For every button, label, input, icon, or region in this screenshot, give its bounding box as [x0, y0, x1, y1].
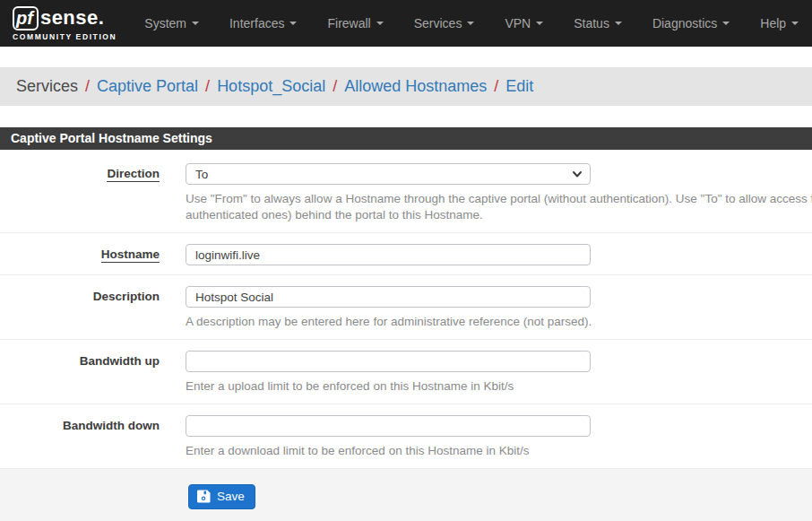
direction-label: Direction	[107, 167, 160, 182]
page: pf sense. COMMUNITY EDITION System Inter…	[0, 0, 812, 521]
spacer	[0, 106, 812, 127]
description-help-text: A description may be entered here for ad…	[186, 314, 812, 330]
nav-item-interfaces[interactable]: Interfaces	[214, 9, 312, 38]
nav-item-system[interactable]: System	[129, 9, 214, 38]
hostname-label: Hostname	[101, 247, 160, 263]
breadcrumb-separator: /	[487, 77, 505, 96]
panel-body: Direction To Use "From" to always allow …	[0, 150, 812, 469]
direction-select-wrap: To	[186, 163, 591, 185]
bandwidth-up-input[interactable]	[186, 351, 591, 372]
description-row: Description A description may be entered…	[0, 275, 812, 340]
panel-title: Captive Portal Hostname Settings	[0, 127, 812, 150]
save-button[interactable]: Save	[188, 484, 255, 509]
hostname-input[interactable]	[186, 244, 591, 265]
caret-down-icon	[289, 22, 297, 25]
caret-down-icon	[192, 22, 199, 25]
spacer	[0, 47, 812, 67]
description-input[interactable]	[186, 286, 591, 308]
bandwidth-up-label: Bandwidth up	[0, 351, 160, 395]
bandwidth-down-input[interactable]	[186, 415, 591, 437]
floppy-disk-icon	[197, 490, 211, 503]
breadcrumb-services: Services	[16, 77, 78, 96]
breadcrumb-hotspot-social[interactable]: Hotspot_Social	[217, 77, 325, 96]
pfsense-logo-sense: sense.	[40, 6, 105, 30]
hostname-row: Hostname	[0, 233, 812, 275]
breadcrumb-separator: /	[78, 77, 97, 96]
direction-row: Direction To Use "From" to always allow …	[0, 150, 812, 233]
caret-down-icon	[615, 22, 622, 25]
breadcrumb-edit[interactable]: Edit	[505, 77, 533, 96]
nav-item-diagnostics[interactable]: Diagnostics	[637, 9, 745, 38]
community-edition-label: COMMUNITY EDITION	[13, 32, 117, 41]
bandwidth-down-help-text: Enter a download limit to be enforced on…	[186, 443, 812, 459]
top-navbar: pf sense. COMMUNITY EDITION System Inter…	[0, 0, 812, 47]
caret-down-icon	[467, 22, 474, 25]
nav-item-help[interactable]: Help	[745, 9, 812, 38]
breadcrumb-allowed-hostnames[interactable]: Allowed Hostnames	[344, 77, 487, 96]
bandwidth-up-help-text: Enter a upload limit to be enforced on t…	[186, 378, 812, 395]
direction-select[interactable]: To	[186, 163, 591, 185]
nav-item-status[interactable]: Status	[558, 9, 637, 38]
pfsense-logo[interactable]: pf sense. COMMUNITY EDITION	[13, 6, 117, 41]
breadcrumb: Services / Captive Portal / Hotspot_Soci…	[0, 67, 812, 106]
nav-item-firewall[interactable]: Firewall	[312, 9, 398, 38]
breadcrumb-captive-portal[interactable]: Captive Portal	[97, 77, 198, 96]
breadcrumb-separator: /	[325, 77, 344, 96]
bandwidth-up-row: Bandwidth up Enter a upload limit to be …	[0, 340, 812, 404]
form-footer: Save	[0, 469, 812, 521]
nav-item-services[interactable]: Services	[399, 9, 490, 38]
caret-down-icon	[536, 22, 543, 25]
nav-item-vpn[interactable]: VPN	[489, 9, 558, 38]
caret-down-icon	[722, 22, 730, 25]
breadcrumb-separator: /	[198, 77, 217, 96]
captive-portal-hostname-settings-panel: Captive Portal Hostname Settings Directi…	[0, 127, 812, 469]
caret-down-icon	[791, 22, 799, 25]
navbar-menu: System Interfaces Firewall Services VPN …	[129, 9, 812, 38]
description-label: Description	[0, 286, 160, 330]
pfsense-logo-pf: pf	[13, 6, 39, 30]
caret-down-icon	[376, 22, 384, 25]
save-button-label: Save	[217, 490, 245, 503]
direction-help-text: Use "From" to always allow a Hostname th…	[186, 191, 812, 223]
bandwidth-down-label: Bandwidth down	[0, 415, 160, 459]
bandwidth-down-row: Bandwidth down Enter a download limit to…	[0, 404, 812, 469]
